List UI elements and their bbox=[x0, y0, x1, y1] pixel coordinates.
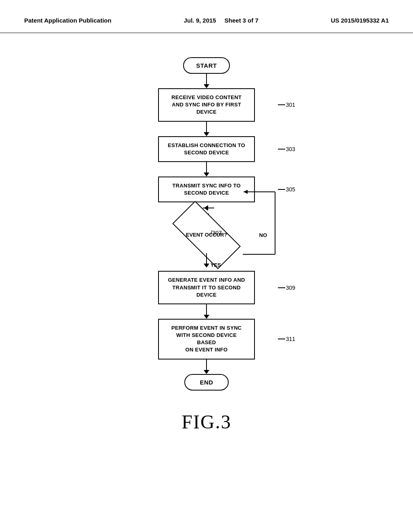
step-307-text: EVENT OCCUR? bbox=[186, 232, 227, 239]
step-309-row: GENERATE EVENT INFO ANDTRANSMIT IT TO SE… bbox=[106, 271, 307, 304]
arrow-line bbox=[206, 253, 207, 264]
arrow-head bbox=[204, 315, 209, 319]
arrow-head-down3 bbox=[204, 264, 209, 268]
step-309-label: 309 bbox=[278, 285, 295, 291]
step-305-number: 305 bbox=[286, 186, 295, 193]
step-303-box: ESTABLISH CONNECTION TOSECOND DEVICE bbox=[158, 136, 255, 162]
publication-date-sheet: Jul. 9, 2015 Sheet 3 of 7 bbox=[184, 16, 259, 25]
no-label: NO bbox=[259, 232, 267, 238]
end-shape: END bbox=[184, 374, 229, 391]
step-tick bbox=[278, 287, 285, 288]
yes-label: YES bbox=[211, 262, 221, 268]
start-shape: START bbox=[183, 57, 229, 74]
figure-label: FIG.3 bbox=[181, 411, 231, 433]
end-row: END bbox=[106, 374, 307, 391]
step-303-label: 303 bbox=[278, 146, 295, 152]
sheet-info: Sheet 3 of 7 bbox=[225, 17, 259, 24]
arrow-303-to-305 bbox=[204, 162, 209, 177]
step-309-box: GENERATE EVENT INFO ANDTRANSMIT IT TO SE… bbox=[158, 271, 255, 304]
step-311-box: PERFORM EVENT IN SYNCWITH SECOND DEVICE … bbox=[158, 319, 255, 360]
step-301-number: 301 bbox=[286, 102, 295, 108]
end-label: END bbox=[200, 379, 213, 386]
arrow-line bbox=[206, 122, 207, 132]
step-311-row: PERFORM EVENT IN SYNCWITH SECOND DEVICE … bbox=[106, 319, 307, 360]
arrow-head bbox=[204, 84, 209, 88]
step-tick bbox=[278, 189, 285, 190]
arrow-line bbox=[206, 360, 207, 370]
arrow-line bbox=[206, 74, 207, 84]
feedback-section: EVENT OCCUR? /307 NO bbox=[106, 202, 307, 253]
step-311-number: 311 bbox=[286, 336, 295, 342]
arrow-line bbox=[206, 162, 207, 172]
arrow-311-to-end bbox=[204, 360, 209, 374]
page-header: Patent Application Publication Jul. 9, 2… bbox=[0, 0, 413, 33]
publication-title: Patent Application Publication bbox=[24, 16, 111, 25]
arrow-start-to-301 bbox=[204, 74, 209, 88]
arrow-head bbox=[204, 172, 209, 177]
step-tick bbox=[278, 104, 285, 105]
step-301-label: 301 bbox=[278, 102, 295, 108]
arrow-head bbox=[204, 132, 209, 136]
publication-number: US 2015/0195332 A1 bbox=[331, 16, 389, 25]
arrow-309-to-311 bbox=[204, 304, 209, 319]
arrow-307-to-309 bbox=[204, 253, 209, 271]
arrow-301-to-303 bbox=[204, 122, 209, 136]
yes-section: YES bbox=[204, 253, 209, 271]
step-303-number: 303 bbox=[286, 146, 295, 152]
flowchart: START RECEIVE VIDEO CONTENTAND SYNC INFO… bbox=[106, 57, 307, 391]
step-305-row: TRANSMIT SYNC INFO TOSECOND DEVICE 305 bbox=[106, 177, 307, 202]
step-307-diamond-wrapper: EVENT OCCUR? bbox=[170, 217, 243, 253]
step-301-box: RECEIVE VIDEO CONTENTAND SYNC INFO BY FI… bbox=[158, 88, 255, 122]
start-row: START bbox=[106, 57, 307, 74]
arrow-line bbox=[206, 304, 207, 315]
step-309-number: 309 bbox=[286, 285, 295, 291]
step-305-box: TRANSMIT SYNC INFO TOSECOND DEVICE bbox=[158, 177, 255, 202]
publication-date: Jul. 9, 2015 bbox=[184, 17, 216, 24]
diagram-area: START RECEIVE VIDEO CONTENTAND SYNC INFO… bbox=[0, 33, 413, 449]
step-tick bbox=[278, 149, 285, 150]
arrow-head bbox=[204, 370, 209, 374]
step-311-label: 311 bbox=[278, 336, 295, 342]
step-tick bbox=[278, 339, 285, 339]
step-303-row: ESTABLISH CONNECTION TOSECOND DEVICE 303 bbox=[106, 136, 307, 162]
step-301-row: RECEIVE VIDEO CONTENTAND SYNC INFO BY FI… bbox=[106, 88, 307, 122]
step-305-label: 305 bbox=[278, 186, 295, 193]
start-label: START bbox=[196, 62, 217, 69]
step-307-row: EVENT OCCUR? /307 NO bbox=[106, 217, 307, 253]
